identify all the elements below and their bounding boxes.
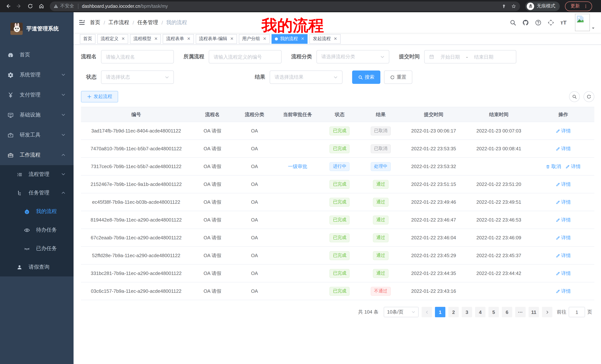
table-header-row: 编号流程名流程分类当前审批任务状态结果提交时间结束时间操作 xyxy=(81,107,594,122)
tab-close-icon[interactable]: ✕ xyxy=(121,36,125,41)
goto-page-input[interactable] xyxy=(569,307,585,317)
tab-close-icon[interactable]: ✕ xyxy=(187,36,190,41)
edit-icon xyxy=(556,235,560,240)
sidebar-fold-icon[interactable] xyxy=(74,12,90,33)
tab-流程定义[interactable]: 流程定义✕ xyxy=(97,34,128,44)
create-process-button[interactable]: 发起流程 xyxy=(81,91,118,102)
row-action-detail-link[interactable]: 详情 xyxy=(556,270,571,277)
submit-time-range[interactable]: - xyxy=(424,50,516,63)
next-page-button[interactable] xyxy=(542,307,552,317)
row-action-detail-link[interactable]: 详情 xyxy=(566,163,581,170)
cell-process-id: 67c2eaab-7b9a-11ec-a290-acde48001122 xyxy=(81,233,191,242)
breadcrumb-item[interactable]: 任务管理 xyxy=(137,19,158,26)
tab-close-icon[interactable]: ✕ xyxy=(230,36,233,41)
sidebar-item-eye-closed[interactable]: 已办任务 xyxy=(0,239,74,258)
sidebar-item-eye-open[interactable]: 待办任务 xyxy=(0,221,74,239)
tab-我的流程[interactable]: 我的流程✕ xyxy=(271,34,308,44)
sidebar-item-label: 我的流程 xyxy=(36,208,57,215)
row-action-detail-link[interactable]: 详情 xyxy=(556,145,571,152)
page-button-5[interactable]: 5 xyxy=(489,307,499,317)
prev-page-button[interactable] xyxy=(421,307,432,317)
refresh-table-button[interactable] xyxy=(583,91,594,102)
browser-menu-dots-icon[interactable] xyxy=(583,4,588,8)
page-button-1[interactable]: 1 xyxy=(435,307,445,317)
page-button-3[interactable]: 3 xyxy=(462,307,472,317)
tab-close-icon[interactable]: ✕ xyxy=(301,36,304,41)
plus-icon xyxy=(87,94,92,99)
row-action-detail-link[interactable]: 详情 xyxy=(556,288,571,294)
page-button-11[interactable]: 11 xyxy=(529,307,539,317)
sidebar-item-briefcase[interactable]: 工作流程 xyxy=(0,145,74,165)
page-button-6[interactable]: 6 xyxy=(502,307,512,317)
page-button-2[interactable]: 2 xyxy=(448,307,459,317)
category-label: 流程分类 xyxy=(291,53,312,60)
security-warning[interactable]: 不安全 xyxy=(53,3,74,9)
tab-发起流程[interactable]: 发起流程✕ xyxy=(310,34,341,44)
sidebar-item-user[interactable]: 请假查询 xyxy=(0,258,74,277)
github-icon[interactable] xyxy=(521,18,531,27)
toggle-search-button[interactable] xyxy=(569,91,580,102)
fullscreen-icon[interactable] xyxy=(546,18,556,27)
bookmark-star-icon[interactable] xyxy=(511,3,516,9)
top-navbar: 首页/工作流程/任务管理/我的流程 ᴛT xyxy=(74,12,601,33)
sidebar-item-list[interactable]: 流程管理 xyxy=(0,165,74,184)
breadcrumb-item[interactable]: 首页 xyxy=(90,19,100,26)
sidebar-item-monitor[interactable]: 基础设施 xyxy=(0,105,74,125)
process-name-input[interactable] xyxy=(101,50,174,63)
tab-流程表单-编辑[interactable]: 流程表单-编辑✕ xyxy=(196,34,237,44)
tab-首页[interactable]: 首页 xyxy=(80,34,95,44)
sidebar-logo[interactable]: 芋道管理系统 xyxy=(0,12,74,45)
sidebar-item-robot[interactable]: 我的流程 xyxy=(0,202,74,221)
tab-close-icon[interactable]: ✕ xyxy=(334,36,337,41)
cell-status: 已完成 xyxy=(320,285,360,297)
cell-result: 通过 xyxy=(360,267,402,279)
process-def-input[interactable] xyxy=(209,50,281,63)
status-badge: 已完成 xyxy=(330,126,350,135)
row-action-detail-link[interactable]: 详情 xyxy=(556,181,571,188)
browser-home-icon[interactable] xyxy=(36,1,46,11)
sidebar-item-yen[interactable]: 支付管理 xyxy=(0,85,74,105)
cell-process-name: OA 请假 xyxy=(191,215,233,225)
help-icon[interactable] xyxy=(533,18,543,27)
cell-category: OA xyxy=(233,287,276,295)
tab-用户分组[interactable]: 用户分组✕ xyxy=(239,34,270,44)
sidebar-item-toolbox[interactable]: 研发工具 xyxy=(0,125,74,145)
row-action-detail-link[interactable]: 详情 xyxy=(556,252,571,259)
row-action-detail-link[interactable]: 详情 xyxy=(556,217,571,223)
password-key-icon[interactable] xyxy=(501,3,507,9)
sidebar-item-tree[interactable]: 任务管理 xyxy=(0,184,74,202)
page-button-4[interactable]: 4 xyxy=(475,307,485,317)
browser-reload-icon[interactable] xyxy=(25,1,35,11)
browser-back-icon[interactable] xyxy=(3,1,13,11)
user-avatar[interactable] xyxy=(575,14,595,31)
reset-button[interactable]: 重置 xyxy=(384,70,412,84)
address-bar[interactable]: 不安全 dashboard.yudao.iocoder.cn/bpm/task/… xyxy=(50,1,520,11)
font-size-icon[interactable]: ᴛT xyxy=(559,18,568,27)
tab-close-icon[interactable]: ✕ xyxy=(154,36,158,41)
page-ellipsis[interactable]: ··· xyxy=(515,307,526,317)
result-select[interactable]: 请选择流结果 xyxy=(270,70,342,84)
breadcrumb-item[interactable]: 工作流程 xyxy=(109,19,129,26)
row-action-detail-link[interactable]: 详情 xyxy=(556,199,571,205)
tab-close-icon[interactable]: ✕ xyxy=(263,36,266,41)
status-select[interactable]: 请选择状态 xyxy=(101,70,174,84)
browser-update-button[interactable]: 更新 xyxy=(565,1,592,11)
page-size-select[interactable]: 10条/页 xyxy=(384,307,419,317)
tab-流程表单[interactable]: 流程表单✕ xyxy=(163,34,194,44)
sidebar-item-gear[interactable]: 系统管理 xyxy=(0,65,74,85)
row-action-cancel-link[interactable]: 取消 xyxy=(546,163,561,170)
row-action-detail-link[interactable]: 详情 xyxy=(556,234,571,241)
end-date-input[interactable] xyxy=(470,54,498,59)
sidebar-item-dashboard[interactable]: 首页 xyxy=(0,45,74,65)
tab-流程模型[interactable]: 流程模型✕ xyxy=(130,34,161,44)
current-task-link[interactable]: 一级审批 xyxy=(288,163,307,169)
category-select[interactable]: 请选择流程分类 xyxy=(316,50,389,63)
row-action-detail-link[interactable]: 详情 xyxy=(556,127,571,134)
search-button[interactable]: 搜索 xyxy=(352,70,380,84)
browser-forward-icon[interactable] xyxy=(14,1,24,11)
header-search-icon[interactable] xyxy=(508,18,518,27)
cell-end-time: 2022-01-22 23:44:42 xyxy=(465,269,532,278)
active-tab-dot xyxy=(275,37,278,40)
start-date-input[interactable] xyxy=(436,54,464,59)
avatar-caret-down-icon[interactable] xyxy=(591,25,595,31)
